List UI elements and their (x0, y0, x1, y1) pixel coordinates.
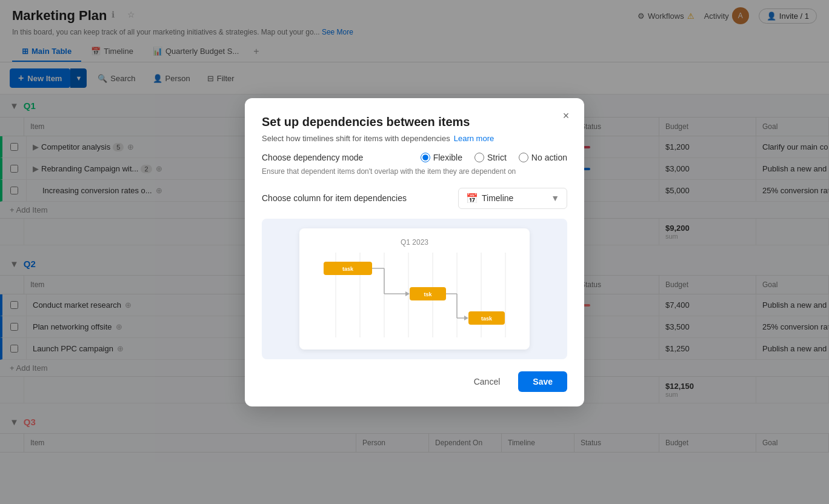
col-dropdown[interactable]: 📅 Timeline ▼ (458, 188, 567, 209)
radio-no-action-label: No action (531, 153, 567, 162)
dep-mode-row: Choose dependency mode Flexible Strict N… (262, 153, 567, 162)
radio-strict[interactable]: Strict (474, 153, 507, 162)
radio-strict-input[interactable] (474, 153, 484, 162)
svg-marker-13 (405, 291, 410, 296)
modal-subtitle: Select how timelines shift for items wit… (262, 134, 567, 143)
radio-flexible[interactable]: Flexible (421, 153, 462, 162)
gantt-chart: task tsk (311, 253, 518, 337)
radio-no-action[interactable]: No action (519, 153, 567, 162)
chevron-down-icon: ▼ (551, 193, 559, 203)
chart-box: Q1 2023 task (299, 228, 530, 350)
modal-close-button[interactable]: × (558, 108, 574, 125)
col-dropdown-left: 📅 Timeline (466, 193, 513, 204)
svg-text:tsk: tsk (424, 291, 432, 297)
dep-description: Ensure that dependent items don't overla… (262, 167, 567, 176)
modal-subtitle-text: Select how timelines shift for items wit… (262, 134, 450, 143)
radio-strict-label: Strict (487, 153, 507, 162)
timeline-col-icon: 📅 (466, 193, 478, 204)
modal-actions: Cancel Save (262, 371, 567, 392)
chart-title: Q1 2023 (311, 238, 518, 247)
radio-group: Flexible Strict No action (421, 153, 567, 162)
svg-marker-19 (464, 316, 468, 320)
svg-text:task: task (342, 266, 354, 272)
col-selector-label: Choose column for item dependencies (262, 193, 407, 203)
col-dropdown-value: Timeline (482, 193, 513, 203)
col-selector-row: Choose column for item dependencies 📅 Ti… (262, 188, 567, 209)
radio-flexible-label: Flexible (433, 153, 462, 162)
modal-overlay: × Set up dependencies between items Sele… (0, 0, 829, 504)
modal-title: Set up dependencies between items (262, 115, 567, 129)
radio-no-action-input[interactable] (519, 153, 528, 162)
chart-preview-area: Q1 2023 task (262, 219, 567, 359)
dep-mode-label: Choose dependency mode (262, 153, 363, 162)
cancel-button[interactable]: Cancel (462, 371, 513, 392)
save-button[interactable]: Save (518, 371, 567, 392)
radio-flexible-input[interactable] (421, 153, 430, 162)
learn-more-link[interactable]: Learn more (454, 134, 494, 143)
svg-text:task: task (481, 316, 493, 322)
dependency-modal: × Set up dependencies between items Sele… (245, 98, 584, 406)
